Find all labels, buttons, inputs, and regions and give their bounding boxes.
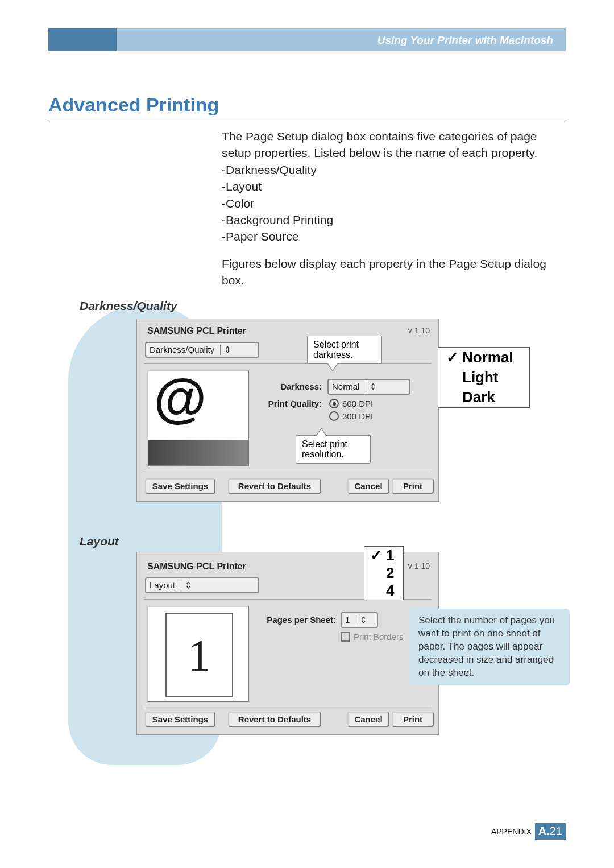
section2-heading: Layout bbox=[80, 535, 119, 548]
tab-select[interactable]: Darkness/Quality ⇕ bbox=[145, 342, 259, 358]
save-settings-button[interactable]: Save Settings bbox=[145, 712, 215, 727]
printer-version: v 1.10 bbox=[408, 326, 430, 335]
intro-list-3: -Color bbox=[222, 195, 566, 212]
section1-heading: Darkness/Quality bbox=[80, 299, 177, 313]
preview-image: 1 bbox=[147, 606, 249, 702]
chevron-updown-icon: ⇕ bbox=[366, 382, 377, 392]
print-borders-checkbox[interactable]: Print Borders bbox=[341, 632, 404, 642]
darkness-label: Darkness: bbox=[254, 382, 322, 391]
dialog-divider bbox=[144, 473, 432, 473]
radio-icon bbox=[329, 411, 339, 421]
page-footer: APPENDIX A.21 bbox=[491, 823, 566, 840]
radio-600[interactable]: 600 DPI bbox=[329, 399, 373, 408]
darkness-dialog: SAMSUNG PCL Printer v 1.10 Darkness/Qual… bbox=[136, 319, 439, 502]
intro-text: The Page Setup dialog box contains five … bbox=[222, 128, 566, 289]
callout-darkness: Select print darkness. bbox=[307, 336, 382, 364]
printer-version: v 1.10 bbox=[408, 561, 430, 571]
check-icon: ✓ bbox=[370, 547, 380, 564]
intro-list-2: -Layout bbox=[222, 178, 566, 195]
cancel-button[interactable]: Cancel bbox=[347, 712, 389, 727]
at-icon: @ bbox=[148, 371, 248, 427]
layout-tip: Select the number of pages you want to p… bbox=[409, 609, 570, 685]
checkbox-icon bbox=[341, 632, 350, 642]
dialog-divider bbox=[144, 706, 432, 706]
check-icon: ✓ bbox=[446, 349, 457, 366]
page-title-text: Advanced Printing bbox=[48, 94, 219, 115]
preview-photo bbox=[148, 440, 248, 465]
pps-options-zoom: ✓1 2 4 bbox=[364, 546, 404, 600]
chevron-updown-icon: ⇕ bbox=[356, 615, 367, 625]
revert-defaults-button[interactable]: Revert to Defaults bbox=[228, 712, 321, 727]
save-settings-button[interactable]: Save Settings bbox=[145, 478, 215, 494]
intro-p1: The Page Setup dialog box contains five … bbox=[222, 128, 566, 162]
tab-select-value: Layout bbox=[150, 580, 175, 590]
footer-page: A.21 bbox=[535, 823, 566, 840]
print-button[interactable]: Print bbox=[392, 478, 434, 494]
footer-label: APPENDIX bbox=[491, 827, 532, 836]
page-icon: 1 bbox=[165, 613, 233, 697]
callout-quality: Select print resolution. bbox=[296, 435, 371, 464]
radio-300[interactable]: 300 DPI bbox=[329, 411, 373, 421]
printer-name: SAMSUNG PCL Printer bbox=[147, 326, 246, 336]
intro-p2: Figures below display each property in t… bbox=[222, 255, 566, 289]
radio-icon bbox=[329, 399, 339, 408]
printer-name: SAMSUNG PCL Printer bbox=[147, 561, 246, 572]
chapter-title: Using Your Printer with Macintosh bbox=[377, 34, 553, 47]
preview-image: @ bbox=[147, 370, 249, 466]
darkness-options-zoom: ✓Normal Light Dark bbox=[438, 347, 530, 408]
pps-value: 1 bbox=[345, 615, 350, 625]
print-borders-label: Print Borders bbox=[354, 632, 404, 642]
chevron-updown-icon: ⇕ bbox=[220, 345, 231, 355]
quality-label: Print Quality: bbox=[254, 399, 322, 408]
radio-300-label: 300 DPI bbox=[342, 411, 373, 421]
print-button[interactable]: Print bbox=[392, 712, 434, 727]
intro-list-5: -Paper Source bbox=[222, 228, 566, 245]
dialog-divider bbox=[144, 363, 432, 364]
revert-defaults-button[interactable]: Revert to Defaults bbox=[228, 478, 321, 494]
intro-list-1: -Darkness/Quality bbox=[222, 162, 566, 178]
tab-select-value: Darkness/Quality bbox=[150, 345, 214, 354]
pps-select[interactable]: 1 ⇕ bbox=[341, 612, 378, 628]
darkness-select[interactable]: Normal ⇕ bbox=[327, 379, 410, 395]
pps-label: Pages per Sheet: bbox=[254, 615, 336, 625]
page-title: Advanced Printing bbox=[48, 94, 566, 119]
intro-list-4: -Background Printing bbox=[222, 212, 566, 228]
cancel-button[interactable]: Cancel bbox=[347, 478, 389, 494]
header-bar: Using Your Printer with Macintosh bbox=[48, 28, 566, 51]
tab-select[interactable]: Layout ⇕ bbox=[145, 577, 259, 593]
page: Using Your Printer with Macintosh Advanc… bbox=[0, 0, 614, 868]
darkness-value: Normal bbox=[332, 382, 359, 391]
chevron-updown-icon: ⇕ bbox=[181, 580, 192, 590]
header-accent bbox=[48, 28, 117, 51]
radio-600-label: 600 DPI bbox=[342, 399, 373, 408]
